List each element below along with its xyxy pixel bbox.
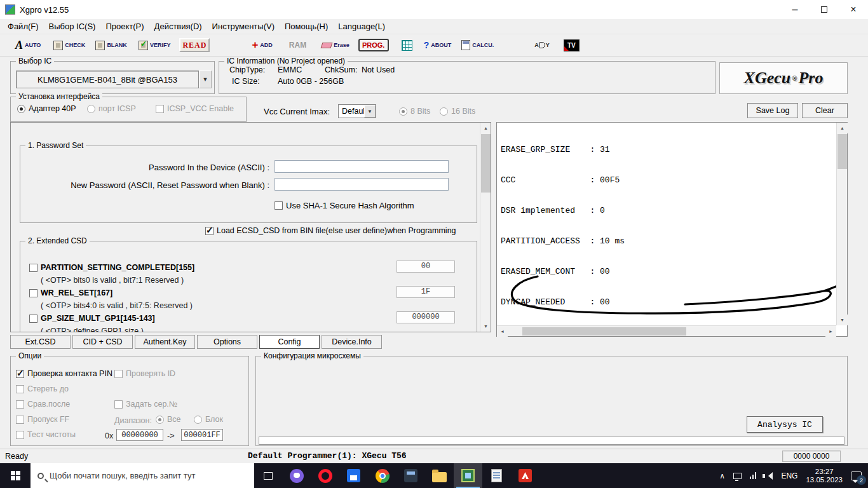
wr-rel-set-value[interactable]: 1F <box>397 286 455 298</box>
scrollbar-thumb[interactable] <box>837 134 847 169</box>
logic-button[interactable]: A Y <box>534 42 550 48</box>
taskbar-app-explorer[interactable] <box>425 463 454 488</box>
pin-check-checkbox[interactable]: Проверка контакта PIN <box>16 369 112 378</box>
taskbar-app-messenger[interactable] <box>282 463 311 488</box>
ic-select-dropdown-button[interactable]: ▼ <box>199 71 212 88</box>
gp-size-mult-checkbox[interactable]: GP_SIZE_MULT_GP1[145-143] <box>29 314 155 323</box>
taskbar-app-opera[interactable] <box>311 463 339 488</box>
serial-number-checkbox[interactable]: Задать сер.№ <box>114 400 177 409</box>
chip-config-group: Конфигурация микросхемы Analysys IC <box>255 356 848 446</box>
scroll-up-button[interactable]: ▲ <box>480 123 491 133</box>
address-to-input[interactable] <box>181 429 223 441</box>
log-horizontal-scrollbar[interactable]: ◄ ► <box>497 325 836 336</box>
bits8-radio[interactable]: 8 Bits <box>399 107 430 116</box>
taskbar-app-chrome[interactable] <box>368 463 397 488</box>
bits16-radio[interactable]: 16 Bits <box>440 107 475 116</box>
erase-button[interactable]: Erase <box>322 42 349 48</box>
adapter-40p-radio[interactable]: Адаптер 40P <box>17 104 76 113</box>
maximize-button[interactable] <box>810 0 839 19</box>
taskbar-app-save[interactable] <box>339 463 368 488</box>
clear-button[interactable]: Clear <box>802 103 848 118</box>
partition-setting-checkbox[interactable]: PARTITION_SETTING_COMPLETED[155] <box>29 263 194 272</box>
tab-authent-key[interactable]: Authent.Key <box>135 335 195 349</box>
window-title: Xgpro v12.55 <box>20 5 69 15</box>
close-button[interactable]: × <box>839 0 868 19</box>
auto-button[interactable]: A AUTO <box>15 39 41 52</box>
blank-chip-icon <box>95 41 105 50</box>
language-indicator[interactable]: ENG <box>781 471 797 480</box>
taskbar-app-xgpro[interactable] <box>454 463 482 488</box>
menu-file[interactable]: Файл(F) <box>3 20 44 32</box>
config-panel-scrollbar[interactable]: ▲ ▼ <box>480 123 491 332</box>
task-view-button[interactable] <box>254 463 282 488</box>
add-button[interactable]: + ADD <box>252 39 272 51</box>
hidden-icons-chevron[interactable]: ∧ <box>719 471 725 480</box>
tab-device-info[interactable]: Device.Info <box>322 335 382 349</box>
analyze-ic-button[interactable]: Analysys IC <box>747 416 823 433</box>
menu-language[interactable]: Language(L) <box>333 20 390 32</box>
taskbar-app-notepad[interactable] <box>482 463 511 488</box>
taskbar-clock[interactable]: 23:27 13.05.2023 <box>806 468 843 484</box>
tab-config[interactable]: Config <box>259 335 320 349</box>
partition-setting-value[interactable]: 00 <box>397 261 455 273</box>
wr-rel-set-checkbox[interactable]: WR_REL_SET[167] <box>29 288 112 297</box>
vcc-combo[interactable]: Default ▼ <box>338 104 376 118</box>
menu-tools[interactable]: Инструменты(V) <box>207 20 280 32</box>
socket-button[interactable] <box>402 40 412 51</box>
menu-project[interactable]: Проект(P) <box>100 20 149 32</box>
ram-button[interactable]: RAM <box>289 41 306 50</box>
calcu-button[interactable]: CALCU. <box>461 40 494 50</box>
log-vertical-scrollbar[interactable]: ▲ ▼ <box>836 123 847 325</box>
compare-after-checkbox[interactable]: Срав.после <box>16 400 70 409</box>
log-panel[interactable]: ERASE_GRP_SIZE : 31 CCC : 00F5 DSR imple… <box>496 122 848 337</box>
taskbar-search[interactable] <box>31 463 254 488</box>
verify-button[interactable]: VERIFY <box>139 41 171 50</box>
scroll-down-button[interactable]: ▼ <box>837 315 848 325</box>
ic-select-combo[interactable]: KLM8G1GEME-B041_8Bit @BGA153 <box>16 71 199 88</box>
sha1-checkbox[interactable]: Use SHA-1 Secure Hash Algorithm <box>275 201 414 210</box>
address-from-input[interactable] <box>116 429 163 441</box>
tab-ext-csd[interactable]: Ext.CSD <box>10 335 71 349</box>
gp-size-mult-value[interactable]: 000000 <box>397 311 455 323</box>
load-ecsd-checkbox[interactable]: Load ECSD_CSD from BIN file(else user de… <box>205 226 456 235</box>
icsp-vcc-checkbox[interactable]: ICSP_VCC Enable <box>156 104 234 113</box>
tab-options[interactable]: Options <box>197 335 257 349</box>
id-check-checkbox[interactable]: Проверять ID <box>114 369 175 378</box>
vcc-dropdown-button[interactable]: ▼ <box>364 105 376 118</box>
prog-button[interactable]: PROG. <box>358 39 389 51</box>
check-button[interactable]: CHECK <box>53 41 85 50</box>
scroll-left-button[interactable]: ◄ <box>497 326 508 337</box>
signal-icon[interactable] <box>750 472 757 479</box>
about-button[interactable]: ? ABOUT <box>424 40 452 50</box>
password-new-input[interactable] <box>275 178 449 191</box>
menu-help[interactable]: Помощь(H) <box>280 20 333 32</box>
chip-type-value: EMMC <box>278 65 302 74</box>
start-button[interactable] <box>0 463 31 488</box>
network-icon[interactable] <box>733 473 742 479</box>
scroll-right-button[interactable]: ► <box>825 326 836 337</box>
purity-test-checkbox[interactable]: Тест чистоты <box>16 430 76 439</box>
save-log-button[interactable]: Save Log <box>747 103 798 118</box>
menu-actions[interactable]: Действия(D) <box>149 20 207 32</box>
scroll-down-button[interactable]: ▼ <box>480 321 491 332</box>
search-input[interactable] <box>50 471 247 480</box>
skip-ff-checkbox[interactable]: Пропуск FF <box>16 415 69 424</box>
range-all-radio[interactable]: Все <box>156 415 181 424</box>
scrollbar-thumb[interactable] <box>481 134 491 193</box>
notification-center-icon[interactable]: 2 <box>851 471 862 480</box>
scrollbar-thumb[interactable] <box>522 327 686 336</box>
tab-cid-csd[interactable]: CID + CSD <box>72 335 133 349</box>
password-device-input[interactable] <box>275 160 449 173</box>
tv-button[interactable]: TV <box>564 39 580 51</box>
range-block-radio[interactable]: Блок <box>194 415 223 424</box>
erase-to-checkbox[interactable]: Стереть до <box>16 384 69 393</box>
icsp-port-radio[interactable]: порт ICSP <box>87 104 136 113</box>
menu-select-ic[interactable]: Выбор IC(S) <box>44 20 101 32</box>
volume-icon[interactable] <box>764 472 773 480</box>
minimize-button[interactable]: – <box>780 0 810 19</box>
taskbar-app-acrobat[interactable] <box>511 463 539 488</box>
taskbar-app-calculator[interactable] <box>397 463 425 488</box>
scroll-up-button[interactable]: ▲ <box>837 123 848 133</box>
read-button[interactable]: READ <box>179 38 210 52</box>
blank-button[interactable]: BLANK <box>95 41 127 50</box>
